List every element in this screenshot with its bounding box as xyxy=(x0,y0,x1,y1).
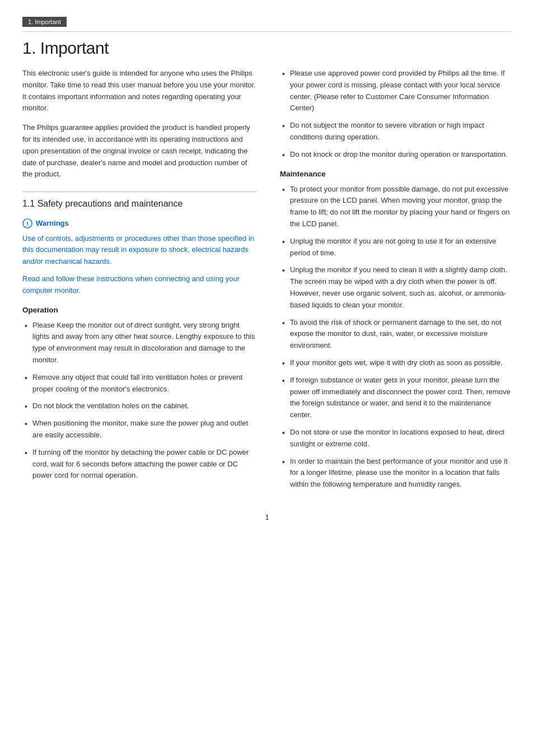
subsection-rule xyxy=(22,192,257,192)
warnings-label: Warnings xyxy=(36,219,69,227)
two-column-layout: This electronic user's guide is intended… xyxy=(22,68,512,496)
warning-text-1: Use of controls, adjustments or procedur… xyxy=(22,233,257,268)
right-operation-bullet-list: Please use approved power cord provided … xyxy=(280,68,512,161)
svg-text:!: ! xyxy=(26,220,29,227)
list-item: Unplug the monitor if you are not going … xyxy=(280,236,512,259)
warning-text-2: Read and follow these instructions when … xyxy=(22,273,257,297)
warnings-header: ! Warnings xyxy=(22,218,257,228)
list-item: Remove any object that could fall into v… xyxy=(22,372,257,395)
list-item: In order to maintain the best performanc… xyxy=(280,456,512,491)
list-item: Do not store or use the monitor in locat… xyxy=(280,427,512,450)
list-item: Do not block the ventilation holes on th… xyxy=(22,400,257,412)
list-item: To avoid the risk of shock or permanent … xyxy=(280,317,512,352)
list-item: Please Keep the monitor out of direct su… xyxy=(22,320,257,366)
page-number: 1 xyxy=(22,513,512,521)
list-item: Do not knock or drop the monitor during … xyxy=(280,149,512,161)
maintenance-bullet-list: To protect your monitor from possible da… xyxy=(280,184,512,491)
list-item: If turning off the monitor by detaching … xyxy=(22,447,257,482)
list-item: Please use approved power cord provided … xyxy=(280,68,512,114)
list-item: If foreign substance or water gets in yo… xyxy=(280,375,512,421)
page-container: 1. Important 1. Important This electroni… xyxy=(0,0,534,756)
list-item: Unplug the monitor if you need to clean … xyxy=(280,264,512,311)
breadcrumb: 1. Important xyxy=(22,17,67,27)
list-item: When positioning the monitor, make sure … xyxy=(22,418,257,441)
section-rule xyxy=(22,31,512,32)
operation-heading: Operation xyxy=(22,306,257,314)
intro-para-2: The Philips guarantee applies provided t… xyxy=(22,122,257,180)
operation-bullet-list: Please Keep the monitor out of direct su… xyxy=(22,320,257,482)
list-item: If your monitor gets wet, wipe it with d… xyxy=(280,357,512,369)
main-title: 1. Important xyxy=(22,39,512,58)
left-column: This electronic user's guide is intended… xyxy=(22,68,257,496)
right-column: Please use approved power cord provided … xyxy=(280,68,512,496)
list-item: To protect your monitor from possible da… xyxy=(280,184,512,230)
maintenance-heading: Maintenance xyxy=(280,170,512,178)
subsection-title: 1.1 Safety precautions and maintenance xyxy=(22,198,257,210)
warning-icon: ! xyxy=(22,218,32,228)
list-item: Do not subject the monitor to severe vib… xyxy=(280,120,512,143)
intro-para-1: This electronic user's guide is intended… xyxy=(22,68,257,114)
